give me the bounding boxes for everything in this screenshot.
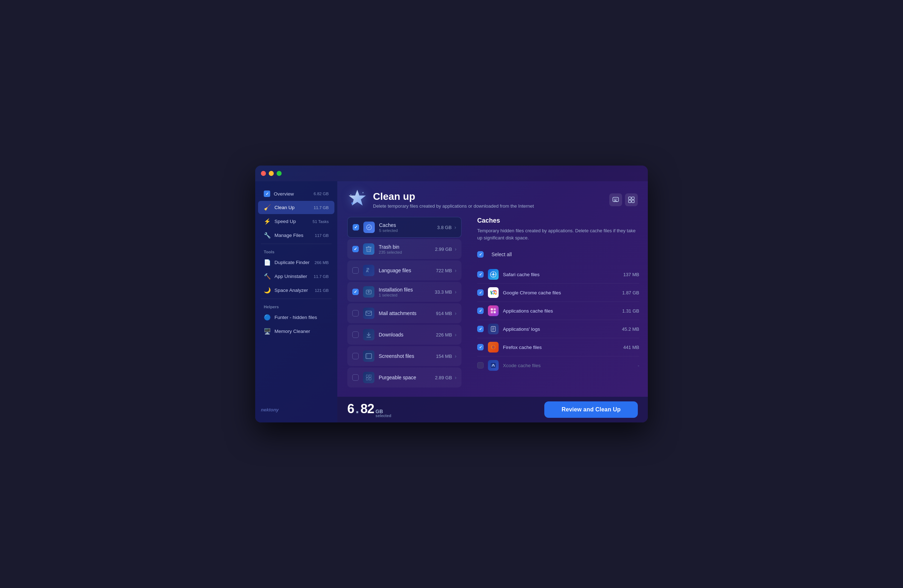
content-area: Clean up Delete temporary files created … — [337, 181, 648, 423]
sidebar-item-funter[interactable]: 🔵 Funter - hidden files — [258, 311, 334, 324]
select-all-checkbox[interactable] — [477, 251, 484, 258]
screenshot-size: 154 MB — [436, 354, 452, 359]
sidebar-analyzer-badge: 121 GB — [315, 288, 329, 292]
sidebar-cleanup-badge: 11.7 GB — [314, 206, 329, 210]
category-checkbox-trash[interactable] — [352, 246, 359, 252]
cache-checkbox-firefox[interactable] — [477, 344, 484, 351]
app-window: ✓ Overview 6.82 GB 🧹 Clean Up 11.7 GB ⚡ … — [255, 165, 648, 423]
list-button[interactable] — [625, 193, 638, 206]
manage-icon: 🔧 — [264, 232, 271, 239]
panels: Caches 5 selected 3.8 GB › Trash b — [337, 217, 648, 397]
downloads-size: 226 MB — [436, 332, 452, 338]
sidebar-manage-label: Manage Files — [274, 233, 315, 238]
cache-item-firefox: Firefox cache files 441 MB — [477, 338, 639, 357]
svg-rect-34 — [491, 308, 493, 310]
divider-1 — [261, 244, 332, 244]
language-size: 722 MB — [436, 268, 452, 273]
category-row-language[interactable]: Language files 722 MB › — [347, 261, 461, 280]
cleanup-icon: 🧹 — [264, 204, 271, 211]
header-actions — [609, 193, 638, 206]
svg-rect-26 — [366, 378, 368, 380]
svg-rect-36 — [491, 311, 493, 313]
sidebar-duplicate-badge: 266 MB — [315, 261, 329, 265]
sidebar-item-memory[interactable]: 🖥️ Memory Cleaner — [258, 325, 334, 338]
sidebar-overview-label: Overview — [274, 191, 314, 197]
select-all-row[interactable]: Select all — [477, 248, 639, 261]
mail-name: Mail attachments — [379, 310, 436, 316]
selected-size-unit: GB selected — [376, 409, 391, 418]
safari-cache-name: Safari cache files — [503, 272, 623, 277]
category-row-mail[interactable]: Mail attachments 914 MB › — [347, 303, 461, 323]
install-icon — [363, 286, 374, 297]
sidebar-uninstaller-label: App Uninstaller — [274, 274, 314, 279]
caches-arrow: › — [455, 225, 456, 230]
sidebar-item-overview[interactable]: ✓ Overview 6.82 GB — [258, 187, 334, 200]
funter-icon: 🔵 — [264, 314, 271, 321]
page-subtitle: Delete temporary files created by applic… — [373, 203, 534, 209]
sidebar-item-uninstaller[interactable]: 🔨 App Uninstaller 11.7 GB — [258, 270, 334, 283]
category-row-screenshot[interactable]: Screenshot files 154 MB › — [347, 346, 461, 366]
minimize-button[interactable] — [269, 171, 274, 176]
category-checkbox-screenshot[interactable] — [352, 353, 359, 359]
category-checkbox-purgeable[interactable] — [352, 374, 359, 381]
sidebar-item-manage[interactable]: 🔧 Manage Files 117 GB — [258, 229, 334, 242]
sidebar-item-analyzer[interactable]: 🌙 Space Analyzer 121 GB — [258, 284, 334, 297]
cache-item-logs: Applications' logs 45.2 MB — [477, 320, 639, 338]
apps-cache-size: 1.31 GB — [622, 308, 639, 314]
category-checkbox-caches[interactable] — [352, 224, 359, 231]
firefox-cache-size: 441 MB — [623, 345, 639, 350]
analyzer-icon: 🌙 — [264, 287, 271, 294]
logs-icon — [488, 324, 499, 334]
cache-checkbox-safari[interactable] — [477, 271, 484, 278]
category-row-downloads[interactable]: Downloads 226 MB › — [347, 325, 461, 345]
chat-button[interactable] — [609, 193, 622, 206]
caches-icon — [363, 222, 375, 233]
category-row-install[interactable]: Installation files 1 selected 33.3 MB › — [347, 282, 461, 302]
svg-rect-24 — [366, 375, 368, 377]
svg-rect-37 — [494, 311, 496, 313]
cache-item-apps: Applications cache files 1.31 GB — [477, 302, 639, 320]
install-size: 33.3 MB — [435, 289, 452, 295]
category-checkbox-downloads[interactable] — [352, 332, 359, 338]
sidebar-footer: nektony — [255, 403, 337, 417]
bottom-bar-left: 6 . 82 GB selected — [347, 401, 391, 418]
header-star-icon — [347, 189, 367, 211]
mail-size: 914 MB — [436, 311, 452, 316]
cache-checkbox-apps[interactable] — [477, 308, 484, 314]
apps-cache-icon — [488, 305, 499, 316]
sidebar-analyzer-label: Space Analyzer — [274, 288, 315, 293]
svg-point-2 — [362, 192, 364, 193]
cache-checkbox-xcode[interactable] — [477, 362, 484, 369]
category-checkbox-install[interactable] — [352, 289, 359, 295]
nektony-logo: nektony — [261, 407, 332, 412]
category-row-purgeable[interactable]: Purgeable space 2.89 GB › — [347, 368, 461, 387]
cache-checkbox-logs[interactable] — [477, 326, 484, 332]
cache-checkbox-chrome[interactable] — [477, 289, 484, 296]
svg-rect-19 — [366, 311, 371, 315]
content-header: Clean up Delete temporary files created … — [337, 181, 648, 217]
duplicate-icon: 📄 — [264, 259, 271, 266]
selected-size-decimal: 82 — [360, 401, 374, 417]
sidebar-item-speedup[interactable]: ⚡ Speed Up 51 Tasks — [258, 215, 334, 228]
sidebar-item-duplicate[interactable]: 📄 Duplicate Finder 266 MB — [258, 256, 334, 269]
maximize-button[interactable] — [277, 171, 282, 176]
apps-cache-name: Applications cache files — [503, 308, 622, 314]
svg-rect-8 — [632, 197, 634, 200]
header-text: Clean up Delete temporary files created … — [373, 191, 534, 209]
header-left: Clean up Delete temporary files created … — [347, 189, 534, 211]
close-button[interactable] — [261, 171, 266, 176]
category-row-trash[interactable]: Trash bin 235 selected 2.99 GB › — [347, 239, 461, 259]
sidebar-item-cleanup[interactable]: 🧹 Clean Up 11.7 GB — [258, 201, 334, 214]
downloads-icon — [363, 329, 374, 340]
chrome-app-icon — [488, 287, 499, 298]
sidebar: ✓ Overview 6.82 GB 🧹 Clean Up 11.7 GB ⚡ … — [255, 181, 337, 423]
cache-item-safari: Safari cache files 137 MB — [477, 266, 639, 284]
chrome-cache-size: 1.87 GB — [622, 290, 639, 296]
category-row-caches[interactable]: Caches 5 selected 3.8 GB › — [347, 217, 461, 237]
sidebar-duplicate-label: Duplicate Finder — [274, 260, 315, 265]
category-checkbox-language[interactable] — [352, 267, 359, 274]
purgeable-arrow: › — [455, 375, 456, 380]
firefox-cache-name: Firefox cache files — [503, 345, 623, 350]
category-checkbox-mail[interactable] — [352, 310, 359, 316]
review-cleanup-button[interactable]: Review and Clean Up — [544, 401, 638, 418]
